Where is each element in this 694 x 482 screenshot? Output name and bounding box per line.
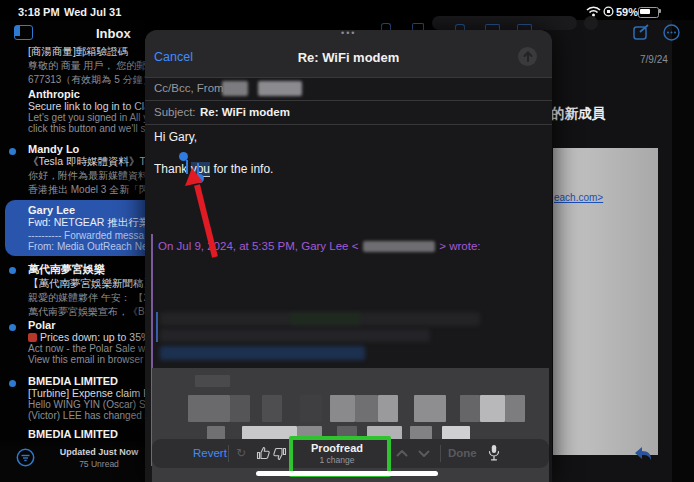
email-preview: Let's get you signed in All y	[28, 112, 145, 123]
more-button[interactable]	[663, 24, 680, 41]
email-row-polar[interactable]: Polar Prices down: up to 35% Act now - t…	[28, 319, 145, 365]
email-link-fragment[interactable]: each.com>	[554, 192, 603, 203]
email-preview: View this email in browser S	[28, 354, 145, 365]
compose-title: Re: WiFi modem	[145, 50, 552, 65]
battery-icon	[638, 7, 659, 19]
send-arrow-icon	[523, 51, 533, 62]
subject-value: Re: WiFi modem	[200, 106, 290, 118]
clock-label: 3:18 PM	[18, 6, 60, 18]
body-line: Thank you for the info.	[154, 162, 273, 176]
email-preview: 你好，附件為最新媒體資料以	[28, 169, 145, 183]
email-sender: Polar	[28, 319, 145, 331]
rotation-lock-icon	[603, 6, 614, 17]
inbox-title: Inbox	[96, 26, 131, 41]
email-row-bandai[interactable]: 萬代南夢宮娛樂 【萬代南夢宮娛樂新聞稿】《BL 親愛的媒體夥伴 午安： 【202…	[28, 262, 145, 319]
battery-cap	[659, 9, 661, 13]
email-subject: Fwd: NETGEAR 推出行業領先	[28, 216, 143, 230]
unread-dot-icon	[9, 324, 16, 331]
email-sender: 萬代南夢宮娛樂	[28, 262, 145, 277]
revert-button[interactable]: Revert	[193, 447, 227, 459]
email-preview: 677313（有效期為 5 分鐘）。	[28, 73, 145, 87]
compose-button[interactable]	[633, 24, 650, 41]
chevron-up-button[interactable]	[396, 449, 408, 457]
email-preview: 親愛的媒體夥伴 午安： 【202	[28, 291, 145, 305]
reply-icon[interactable]	[633, 446, 653, 463]
email-preview: 尊敬的 商量 用戶， 您的郵箱	[28, 59, 145, 73]
home-indicator[interactable]	[256, 471, 438, 476]
filter-button[interactable]	[16, 448, 35, 467]
email-subject: Secure link to log in to Claud	[28, 100, 145, 112]
updated-status-label: Updated Just Now	[55, 447, 143, 457]
email-subject: 【萬代南夢宮娛樂新聞稿】《BL	[28, 277, 145, 291]
email-preview: 香港推出 Model 3 全新「閃電	[28, 183, 145, 197]
email-preview: Hello WING YIN (Oscar) SH	[28, 399, 145, 410]
sidebar-footer: Updated Just Now 75 Unread	[0, 438, 145, 482]
message-body[interactable]: Hi Gary, Thank you for the info. On Jul …	[145, 124, 552, 368]
email-preview: Act now - the Polar Sale wo	[28, 343, 145, 354]
email-row-bmedia[interactable]: BMEDIA LIMITED [Turbine] Expense claim E…	[28, 375, 145, 421]
sheet-grab-handle[interactable]: •••	[341, 32, 355, 35]
send-button[interactable]	[518, 47, 537, 66]
battery-percent-label: 59%	[616, 6, 638, 18]
redacted-from-address	[258, 81, 302, 96]
body-greeting: Hi Gary,	[154, 130, 197, 144]
email-row-anthropic[interactable]: Anthropic Secure link to log in to Claud…	[28, 88, 145, 134]
quote-prefix: On Jul 9, 2024, at 5:35 PM, Gary Lee <	[158, 240, 358, 252]
attachment-image: each.com>	[553, 148, 658, 455]
quote-bar-level2	[156, 312, 158, 342]
sale-tag-emoji-icon	[28, 333, 37, 342]
reading-pane-margin	[672, 20, 694, 482]
email-subject: Prices down: up to 35%	[40, 331, 145, 343]
email-row-gary-lee-selected[interactable]: Gary Lee Fwd: NETGEAR 推出行業領先 ---------- …	[5, 200, 145, 256]
subject-field[interactable]: Subject: Re: WiFi modem	[145, 100, 552, 124]
redacted-from-address	[222, 81, 248, 96]
selection-handle-end[interactable]	[195, 174, 204, 183]
email-preview: click this button and we'll si	[28, 123, 145, 134]
reading-pane: 7/9/24 的新成員 each.com>	[545, 20, 694, 482]
mail-list-sidebar: Inbox [商湯商量]郵箱驗證碼 尊敬的 商量 用戶， 您的郵箱 677313…	[0, 20, 145, 482]
email-sender: BMEDIA LIMITED	[28, 375, 145, 387]
email-row-mandy-lo[interactable]: Mandy Lo 《Tesla 即時媒體資料》Tesla 你好，附件為最新媒體資…	[28, 143, 145, 197]
unread-count-label: 75 Unread	[55, 459, 143, 469]
date-label: Wed Jul 31	[64, 6, 121, 18]
ipad-screen: 3:18 PM Wed Jul 31 59% Inbox [商湯商量]郵箱驗證碼…	[0, 0, 694, 482]
unread-dot-icon	[9, 380, 16, 387]
email-sender: Anthropic	[28, 88, 145, 100]
quote-suffix: > wrote:	[439, 240, 480, 252]
email-preview: From: Media OutReach New	[28, 241, 143, 252]
thumbs-down-button[interactable]	[273, 447, 287, 461]
sidebar-toggle-icon[interactable]	[14, 25, 33, 40]
email-sender: Gary Lee	[28, 204, 143, 216]
unread-dot-icon	[9, 267, 16, 274]
email-subject: [Turbine] Expense claim EO	[28, 387, 145, 399]
email-preview: ---------- Forwarded messa	[28, 230, 143, 241]
redo-icon[interactable]: ↻	[236, 446, 246, 460]
redacted-quote-link	[160, 346, 365, 360]
subject-label: Subject:	[154, 106, 196, 118]
email-sender: Mandy Lo	[28, 143, 145, 155]
message-date-label: 7/9/24	[640, 54, 668, 65]
message-subject-fragment: 的新成員	[551, 105, 605, 123]
chevron-down-button[interactable]	[418, 450, 430, 458]
compose-sheet: ••• Cancel Re: WiFi modem Cc/Bcc, From: …	[145, 30, 552, 482]
email-preview: (Victor) LEE has changed st	[28, 410, 145, 421]
body-text: for the info.	[210, 162, 273, 176]
selection-caret-start	[186, 160, 188, 174]
thumbs-up-button[interactable]	[256, 446, 270, 460]
from-field[interactable]: Cc/Bcc, From:	[145, 77, 552, 100]
quoted-header-line: On Jul 9, 2024, at 5:35 PM, Gary Lee < >…	[158, 236, 481, 254]
email-row-sumtime[interactable]: [商湯商量]郵箱驗證碼 尊敬的 商量 用戶， 您的郵箱 677313（有效期為 …	[28, 45, 145, 87]
redacted-quote-text	[290, 313, 360, 325]
mic-button[interactable]	[488, 444, 500, 462]
redacted-email-address	[363, 241, 435, 252]
email-subject: 《Tesla 即時媒體資料》Tesla	[28, 155, 145, 169]
redacted-quote-text	[160, 329, 430, 342]
done-button[interactable]: Done	[448, 447, 477, 459]
background-pill-button	[584, 16, 598, 30]
email-subject: [商湯商量]郵箱驗證碼	[28, 45, 145, 59]
unread-dot-icon	[9, 148, 16, 155]
from-label: Cc/Bcc, From:	[154, 82, 227, 94]
background-search-pill	[432, 16, 577, 30]
email-preview: 萬代南夢宮娛樂宣布，《BLEA	[28, 305, 145, 319]
